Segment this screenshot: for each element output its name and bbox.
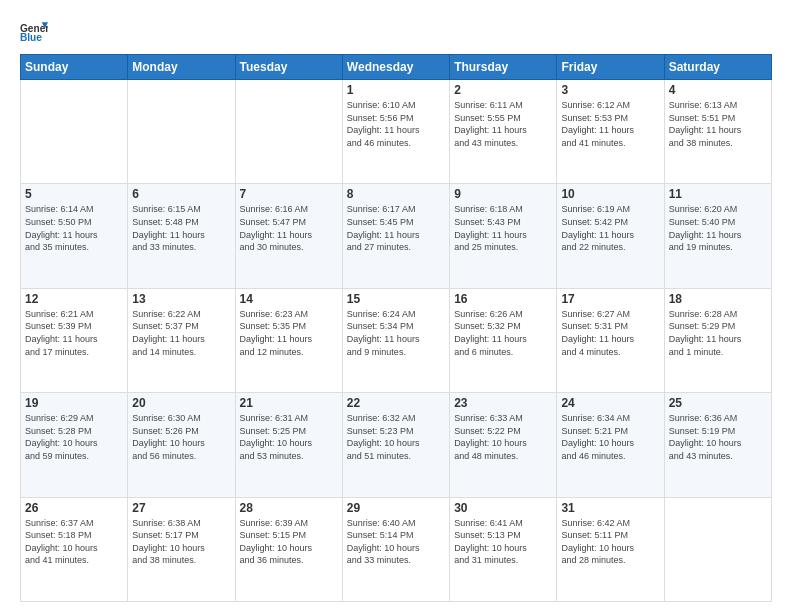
day-info: Sunrise: 6:23 AM Sunset: 5:35 PM Dayligh…	[240, 308, 338, 358]
day-info: Sunrise: 6:18 AM Sunset: 5:43 PM Dayligh…	[454, 203, 552, 253]
calendar-cell: 12Sunrise: 6:21 AM Sunset: 5:39 PM Dayli…	[21, 288, 128, 392]
week-row-5: 26Sunrise: 6:37 AM Sunset: 5:18 PM Dayli…	[21, 497, 772, 601]
day-header-sunday: Sunday	[21, 55, 128, 80]
day-info: Sunrise: 6:27 AM Sunset: 5:31 PM Dayligh…	[561, 308, 659, 358]
day-number: 19	[25, 396, 123, 410]
calendar-cell: 28Sunrise: 6:39 AM Sunset: 5:15 PM Dayli…	[235, 497, 342, 601]
day-number: 29	[347, 501, 445, 515]
calendar-cell: 16Sunrise: 6:26 AM Sunset: 5:32 PM Dayli…	[450, 288, 557, 392]
day-number: 11	[669, 187, 767, 201]
day-info: Sunrise: 6:40 AM Sunset: 5:14 PM Dayligh…	[347, 517, 445, 567]
calendar-cell: 14Sunrise: 6:23 AM Sunset: 5:35 PM Dayli…	[235, 288, 342, 392]
calendar-cell: 21Sunrise: 6:31 AM Sunset: 5:25 PM Dayli…	[235, 393, 342, 497]
day-info: Sunrise: 6:41 AM Sunset: 5:13 PM Dayligh…	[454, 517, 552, 567]
day-header-tuesday: Tuesday	[235, 55, 342, 80]
day-number: 7	[240, 187, 338, 201]
day-info: Sunrise: 6:39 AM Sunset: 5:15 PM Dayligh…	[240, 517, 338, 567]
day-info: Sunrise: 6:32 AM Sunset: 5:23 PM Dayligh…	[347, 412, 445, 462]
calendar-cell: 22Sunrise: 6:32 AM Sunset: 5:23 PM Dayli…	[342, 393, 449, 497]
day-header-thursday: Thursday	[450, 55, 557, 80]
calendar-cell: 2Sunrise: 6:11 AM Sunset: 5:55 PM Daylig…	[450, 80, 557, 184]
day-number: 8	[347, 187, 445, 201]
day-info: Sunrise: 6:34 AM Sunset: 5:21 PM Dayligh…	[561, 412, 659, 462]
calendar-cell: 1Sunrise: 6:10 AM Sunset: 5:56 PM Daylig…	[342, 80, 449, 184]
calendar-cell: 3Sunrise: 6:12 AM Sunset: 5:53 PM Daylig…	[557, 80, 664, 184]
day-number: 9	[454, 187, 552, 201]
day-number: 20	[132, 396, 230, 410]
day-info: Sunrise: 6:16 AM Sunset: 5:47 PM Dayligh…	[240, 203, 338, 253]
day-info: Sunrise: 6:15 AM Sunset: 5:48 PM Dayligh…	[132, 203, 230, 253]
svg-text:Blue: Blue	[20, 32, 42, 43]
day-number: 1	[347, 83, 445, 97]
day-info: Sunrise: 6:12 AM Sunset: 5:53 PM Dayligh…	[561, 99, 659, 149]
calendar-cell: 17Sunrise: 6:27 AM Sunset: 5:31 PM Dayli…	[557, 288, 664, 392]
day-info: Sunrise: 6:17 AM Sunset: 5:45 PM Dayligh…	[347, 203, 445, 253]
calendar-cell: 10Sunrise: 6:19 AM Sunset: 5:42 PM Dayli…	[557, 184, 664, 288]
calendar-cell: 19Sunrise: 6:29 AM Sunset: 5:28 PM Dayli…	[21, 393, 128, 497]
calendar-cell: 20Sunrise: 6:30 AM Sunset: 5:26 PM Dayli…	[128, 393, 235, 497]
day-info: Sunrise: 6:38 AM Sunset: 5:17 PM Dayligh…	[132, 517, 230, 567]
calendar-cell: 6Sunrise: 6:15 AM Sunset: 5:48 PM Daylig…	[128, 184, 235, 288]
calendar-cell: 31Sunrise: 6:42 AM Sunset: 5:11 PM Dayli…	[557, 497, 664, 601]
day-number: 23	[454, 396, 552, 410]
page: General Blue SundayMondayTuesdayWednesda…	[0, 0, 792, 612]
day-info: Sunrise: 6:14 AM Sunset: 5:50 PM Dayligh…	[25, 203, 123, 253]
day-number: 3	[561, 83, 659, 97]
header: General Blue	[20, 16, 772, 44]
day-number: 12	[25, 292, 123, 306]
day-info: Sunrise: 6:24 AM Sunset: 5:34 PM Dayligh…	[347, 308, 445, 358]
day-number: 16	[454, 292, 552, 306]
day-number: 24	[561, 396, 659, 410]
calendar-cell: 25Sunrise: 6:36 AM Sunset: 5:19 PM Dayli…	[664, 393, 771, 497]
day-info: Sunrise: 6:26 AM Sunset: 5:32 PM Dayligh…	[454, 308, 552, 358]
calendar-cell: 24Sunrise: 6:34 AM Sunset: 5:21 PM Dayli…	[557, 393, 664, 497]
day-number: 21	[240, 396, 338, 410]
logo: General Blue	[20, 16, 48, 44]
calendar-cell	[664, 497, 771, 601]
day-number: 28	[240, 501, 338, 515]
day-info: Sunrise: 6:28 AM Sunset: 5:29 PM Dayligh…	[669, 308, 767, 358]
day-info: Sunrise: 6:10 AM Sunset: 5:56 PM Dayligh…	[347, 99, 445, 149]
calendar-cell	[235, 80, 342, 184]
day-number: 18	[669, 292, 767, 306]
calendar-cell: 27Sunrise: 6:38 AM Sunset: 5:17 PM Dayli…	[128, 497, 235, 601]
day-number: 6	[132, 187, 230, 201]
calendar-cell: 29Sunrise: 6:40 AM Sunset: 5:14 PM Dayli…	[342, 497, 449, 601]
calendar-cell: 13Sunrise: 6:22 AM Sunset: 5:37 PM Dayli…	[128, 288, 235, 392]
day-header-wednesday: Wednesday	[342, 55, 449, 80]
day-number: 5	[25, 187, 123, 201]
day-info: Sunrise: 6:31 AM Sunset: 5:25 PM Dayligh…	[240, 412, 338, 462]
day-info: Sunrise: 6:21 AM Sunset: 5:39 PM Dayligh…	[25, 308, 123, 358]
day-number: 13	[132, 292, 230, 306]
day-number: 27	[132, 501, 230, 515]
calendar-cell: 15Sunrise: 6:24 AM Sunset: 5:34 PM Dayli…	[342, 288, 449, 392]
header-row: SundayMondayTuesdayWednesdayThursdayFrid…	[21, 55, 772, 80]
calendar-table: SundayMondayTuesdayWednesdayThursdayFrid…	[20, 54, 772, 602]
day-number: 22	[347, 396, 445, 410]
day-number: 2	[454, 83, 552, 97]
calendar-cell: 9Sunrise: 6:18 AM Sunset: 5:43 PM Daylig…	[450, 184, 557, 288]
week-row-1: 1Sunrise: 6:10 AM Sunset: 5:56 PM Daylig…	[21, 80, 772, 184]
day-info: Sunrise: 6:29 AM Sunset: 5:28 PM Dayligh…	[25, 412, 123, 462]
day-header-saturday: Saturday	[664, 55, 771, 80]
day-info: Sunrise: 6:42 AM Sunset: 5:11 PM Dayligh…	[561, 517, 659, 567]
day-number: 30	[454, 501, 552, 515]
day-number: 10	[561, 187, 659, 201]
day-info: Sunrise: 6:33 AM Sunset: 5:22 PM Dayligh…	[454, 412, 552, 462]
day-number: 31	[561, 501, 659, 515]
day-info: Sunrise: 6:30 AM Sunset: 5:26 PM Dayligh…	[132, 412, 230, 462]
day-header-monday: Monday	[128, 55, 235, 80]
calendar-cell: 26Sunrise: 6:37 AM Sunset: 5:18 PM Dayli…	[21, 497, 128, 601]
day-number: 17	[561, 292, 659, 306]
calendar-cell: 7Sunrise: 6:16 AM Sunset: 5:47 PM Daylig…	[235, 184, 342, 288]
day-number: 4	[669, 83, 767, 97]
day-info: Sunrise: 6:22 AM Sunset: 5:37 PM Dayligh…	[132, 308, 230, 358]
calendar-cell: 11Sunrise: 6:20 AM Sunset: 5:40 PM Dayli…	[664, 184, 771, 288]
day-number: 14	[240, 292, 338, 306]
calendar-cell	[21, 80, 128, 184]
day-info: Sunrise: 6:36 AM Sunset: 5:19 PM Dayligh…	[669, 412, 767, 462]
calendar-cell: 4Sunrise: 6:13 AM Sunset: 5:51 PM Daylig…	[664, 80, 771, 184]
calendar-cell: 8Sunrise: 6:17 AM Sunset: 5:45 PM Daylig…	[342, 184, 449, 288]
week-row-4: 19Sunrise: 6:29 AM Sunset: 5:28 PM Dayli…	[21, 393, 772, 497]
calendar-cell: 23Sunrise: 6:33 AM Sunset: 5:22 PM Dayli…	[450, 393, 557, 497]
